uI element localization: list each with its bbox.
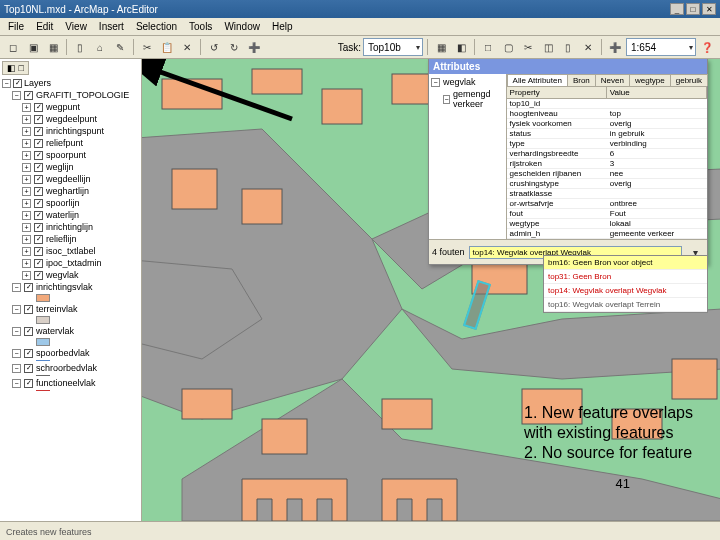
checkbox-icon[interactable]: ✓ [34,175,43,184]
tool-plus-icon[interactable]: ➕ [606,38,624,56]
property-row[interactable]: straatklasse [507,189,707,199]
tool-redo-icon[interactable]: ↻ [225,38,243,56]
checkbox-icon[interactable]: ✓ [34,199,43,208]
expander-icon[interactable]: − [12,327,21,336]
tool-select-icon[interactable]: ▦ [432,38,450,56]
layer-item[interactable]: +✓ipoc_txtadmin [22,257,139,269]
layer-item[interactable]: +✓relieflijn [22,233,139,245]
layer-item[interactable]: −✓terreinvlak [12,303,139,315]
tab-bron[interactable]: Bron [567,74,596,86]
tool-pan-icon[interactable]: □ [479,38,497,56]
tab-gebruik[interactable]: gebruik [670,74,708,86]
property-row[interactable]: crushingstypeoverig [507,179,707,189]
layer-item[interactable]: +✓inrichtingspunt [22,125,139,137]
property-row[interactable]: gescheiden rijbanennee [507,169,707,179]
tab-neven[interactable]: Neven [595,74,630,86]
property-row[interactable]: admin_hgemeente verkeer [507,229,707,239]
checkbox-icon[interactable]: ✓ [34,127,43,136]
tree-item[interactable]: − wegvlak [431,76,504,88]
checkbox-icon[interactable]: ✓ [34,115,43,124]
layer-item[interactable]: +✓isoc_txtlabel [22,245,139,257]
property-row[interactable]: typeverbinding [507,139,707,149]
menu-tools[interactable]: Tools [183,19,218,34]
checkbox-icon[interactable]: ✓ [24,349,33,358]
layer-item[interactable]: +✓weglijn [22,161,139,173]
layer-item[interactable]: +✓wegvlak [22,269,139,281]
menu-window[interactable]: Window [218,19,266,34]
expander-icon[interactable]: + [22,211,31,220]
checkbox-icon[interactable]: ✓ [34,247,43,256]
expander-icon[interactable]: + [22,127,31,136]
expander-icon[interactable]: − [12,364,21,373]
map-view[interactable]: Attributes − wegvlak − gemengd verkeer A… [142,59,720,521]
tool-new-icon[interactable]: ◻ [4,38,22,56]
expander-icon[interactable]: + [22,103,31,112]
expander-icon[interactable]: − [12,91,21,100]
checkbox-icon[interactable]: ✓ [24,379,33,388]
scale-combo[interactable]: 1:654 [626,38,696,56]
tool-find-icon[interactable]: ◫ [539,38,557,56]
property-row[interactable]: hoogteniveautop [507,109,707,119]
tool-save-icon[interactable]: ▦ [44,38,62,56]
expander-icon[interactable]: + [22,175,31,184]
layer-item[interactable]: −✓watervlak [12,325,139,337]
checkbox-icon[interactable]: ✓ [34,259,43,268]
expander-icon[interactable]: + [22,139,31,148]
task-combo[interactable]: Top10b [363,38,423,56]
expander-icon[interactable]: + [22,247,31,256]
checkbox-icon[interactable]: ✓ [34,235,43,244]
layer-item[interactable]: −✓spoorbedvlak [12,347,139,359]
error-row[interactable]: bm16: Geen Bron voor object [544,256,707,270]
checkbox-icon[interactable]: ✓ [24,91,33,100]
layer-group[interactable]: − ✓ GRAFITI_TOPOLOGIE [12,89,139,101]
tool-edit-icon[interactable]: ✎ [111,38,129,56]
tool-cut-icon[interactable]: ✂ [138,38,156,56]
property-row[interactable]: verhardingsbreedte6 [507,149,707,159]
checkbox-icon[interactable]: ✓ [34,139,43,148]
checkbox-icon[interactable]: ✓ [34,271,43,280]
minimize-button[interactable]: _ [670,3,684,15]
checkbox-icon[interactable]: ✓ [13,79,22,88]
expander-icon[interactable]: − [12,283,21,292]
property-row[interactable]: fysiek voorkomenoverig [507,119,707,129]
layer-item[interactable]: −✓functioneelvlak [12,377,139,389]
property-row[interactable]: rijstroken3 [507,159,707,169]
checkbox-icon[interactable]: ✓ [24,364,33,373]
property-row[interactable]: wegtypelokaal [507,219,707,229]
close-button[interactable]: ✕ [702,3,716,15]
property-row[interactable]: foutFout [507,209,707,219]
tool-copy-icon[interactable]: 📋 [158,38,176,56]
error-row[interactable]: top16: Wegvlak overlapt Terrein [544,298,707,312]
checkbox-icon[interactable]: ✓ [24,327,33,336]
tool-undo-icon[interactable]: ↺ [205,38,223,56]
property-row[interactable]: top10_id [507,99,707,109]
expander-icon[interactable]: − [2,79,11,88]
tool-add-icon[interactable]: ➕ [245,38,263,56]
maximize-button[interactable]: □ [686,3,700,15]
layer-item[interactable]: +✓reliefpunt [22,137,139,149]
expander-icon[interactable]: + [22,115,31,124]
expander-icon[interactable]: − [12,349,21,358]
expander-icon[interactable]: + [22,199,31,208]
tool-fullext-icon[interactable]: ▢ [499,38,517,56]
expander-icon[interactable]: + [22,223,31,232]
tool-identify-icon[interactable]: ✂ [519,38,537,56]
expander-icon[interactable]: + [22,235,31,244]
layers-root[interactable]: − ✓ Layers [2,77,139,89]
layer-item[interactable]: +✓wegdeelpunt [22,113,139,125]
tool-measure-icon[interactable]: ▯ [559,38,577,56]
layer-item[interactable]: +✓weghartlijn [22,185,139,197]
expander-icon[interactable]: + [22,187,31,196]
checkbox-icon[interactable]: ✓ [24,283,33,292]
layer-item[interactable]: −✓schroorbedvlak [12,362,139,374]
property-row[interactable]: or-wrtsafvrjeontbree [507,199,707,209]
layer-item[interactable]: +✓wegdeellijn [22,173,139,185]
tool-delete-icon[interactable]: ✕ [178,38,196,56]
expander-icon[interactable]: + [22,271,31,280]
tool-open-icon[interactable]: ▣ [24,38,42,56]
expander-icon[interactable]: + [22,163,31,172]
menu-selection[interactable]: Selection [130,19,183,34]
menu-edit[interactable]: Edit [30,19,59,34]
menu-help[interactable]: Help [266,19,299,34]
layer-item[interactable]: −✓inrichtingsvlak [12,281,139,293]
